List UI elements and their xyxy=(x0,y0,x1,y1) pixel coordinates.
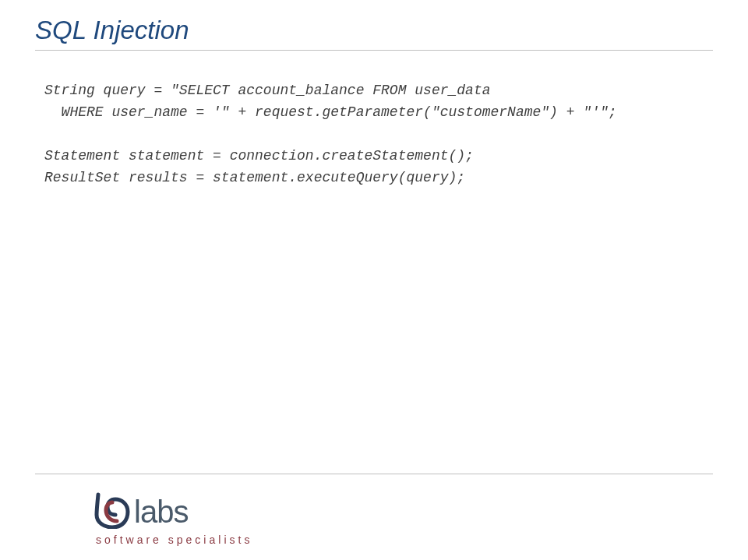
slide-title: SQL Injection xyxy=(35,16,713,45)
logo-mark-icon xyxy=(94,491,131,529)
code-line-1: String query = "SELECT account_balance F… xyxy=(44,83,491,98)
title-underline xyxy=(35,50,713,51)
footer-rule xyxy=(35,474,713,474)
code-line-5: ResultSet results = statement.executeQue… xyxy=(44,170,465,185)
logo-row: labs xyxy=(94,491,188,529)
code-line-4: Statement statement = connection.createS… xyxy=(44,148,474,164)
logo: labs software specialists xyxy=(94,491,252,546)
slide: SQL Injection String query = "SELECT acc… xyxy=(0,0,748,560)
logo-brand-text: labs xyxy=(134,496,188,529)
code-line-2: WHERE user_name = '" + request.getParame… xyxy=(44,104,617,120)
code-block: String query = "SELECT account_balance F… xyxy=(35,80,713,188)
logo-tagline: software specialists xyxy=(96,534,252,546)
